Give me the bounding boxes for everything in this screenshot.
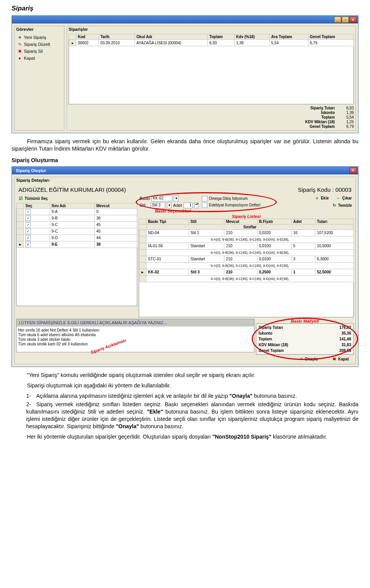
maximize-button[interactable]: ▫ <box>342 17 349 23</box>
label: Edebiyat Kompozisyon Defteri <box>209 203 261 207</box>
table-row[interactable]: STC-01Standart2100,010036,3000 <box>139 256 353 262</box>
edit-icon: ✎ <box>17 42 22 47</box>
new-icon: ✳ <box>17 35 22 40</box>
cell: 03.09.2010 <box>99 40 135 46</box>
ekle-button[interactable]: ＋Ekle <box>313 195 330 201</box>
dropdown-icon[interactable]: ▾ <box>167 203 172 208</box>
text: "Onayla" <box>116 423 139 429</box>
close-button[interactable]: × <box>350 168 357 174</box>
task-close[interactable]: ●Kapat <box>16 55 62 62</box>
school-name: ADIGÜZEL EĞİTİM KURUMLARI (00004) <box>18 186 126 193</box>
table-row[interactable]: ND-04Stil 12100,032016107,5200 <box>139 230 353 236</box>
page-title: Sipariş <box>12 5 358 12</box>
cell: 52,5000 <box>315 269 354 275</box>
baski-secenekleri-label: Baskı Seçenekleri <box>140 209 353 213</box>
omega-checkbox[interactable]: Omega Dikiş İstiyorum <box>202 196 261 201</box>
dropdown-icon[interactable]: ▾ <box>174 196 178 201</box>
table-row[interactable]: ✓9-C45 <box>17 221 137 228</box>
cell: 0,0320 <box>257 230 291 236</box>
table-row[interactable]: ▸✓9-E38 <box>17 241 137 248</box>
col-geneltoplam: Genel Toplam <box>308 34 353 40</box>
label: KDV Miktarı (18) <box>259 343 288 347</box>
cell: 0,0100 <box>257 243 291 249</box>
adet-label: Adet <box>173 203 182 208</box>
total-value: 6,79 <box>346 124 354 129</box>
cell: 1,39 <box>234 40 269 46</box>
label: İskonto <box>259 331 272 335</box>
table-row[interactable]: ▸ 00002 03.09.2010 AYAZAĞA LİSESİ (00004… <box>69 40 354 46</box>
cell: 45 <box>94 228 137 235</box>
details-title: Sipariş Detayları <box>15 177 355 183</box>
stil-select[interactable]: Stil 3 <box>151 203 165 208</box>
note-line: Tüm okula 6 adet idareci albümü A5 ebatı… <box>18 333 252 337</box>
label: Kapat <box>338 357 349 361</box>
table-row[interactable]: ▸KK-02Stil 32100,2500152,5000 <box>139 269 353 275</box>
cell: Stil 1 <box>189 230 224 236</box>
order-code: Sipariş Kodu : 00003 <box>298 186 352 193</box>
task-edit-order[interactable]: ✎Sipariş Düzelt <box>16 41 62 48</box>
total-label: KDV Miktarı (18) <box>305 120 335 124</box>
cell: AYAZAĞA LİSESİ (00004) <box>135 40 208 46</box>
cell: 9-C <box>50 228 94 235</box>
cell: 9-B <box>50 215 94 221</box>
table-subrow: 9-A(0), 9-B(38), 9-C(45), 9-C(45), 9-D(4… <box>139 236 353 243</box>
total-value: 1,25 <box>346 120 354 124</box>
task-label: Kapat <box>24 56 35 60</box>
minimize-button[interactable]: _ <box>334 17 341 23</box>
table-row[interactable]: ✓9-A0 <box>17 208 137 215</box>
cell: 210 <box>224 256 257 262</box>
cell: 210 <box>224 243 257 249</box>
classes-grid[interactable]: Seç Sını Adı Mevcut ✓9-A0 ✓9-B38 ✓9-C45 … <box>16 203 137 248</box>
value: 176,82 <box>339 325 351 330</box>
create-p2: Siparişi oluşturmak için aşağıdaki iki y… <box>12 382 358 389</box>
order-items-grid[interactable]: Baskı Tipi Stil Mevcut B.Fiyatı Adet Tut… <box>139 219 354 282</box>
baski-input[interactable]: KK-02 <box>151 196 172 201</box>
text: "NonStop2010 Sipariş" <box>212 434 271 440</box>
cell: Standart <box>189 243 224 249</box>
table-row[interactable]: ✓9-B38 <box>17 215 137 221</box>
tasks-title: Görevler <box>15 26 64 32</box>
col-mevcut: Mevcut <box>94 203 137 208</box>
total-label: Toplam <box>305 115 335 119</box>
cell: 9-A <box>50 208 94 215</box>
total-value: 5,54 <box>346 115 354 119</box>
table-row[interactable]: İA-01-56Standart2100,0100510,5000 <box>139 243 353 249</box>
task-new-order[interactable]: ✳Yeni Sipariş <box>16 34 62 41</box>
label: Tümünü Seç <box>25 196 48 201</box>
col-okul: Okul Adı <box>135 34 208 40</box>
task-label: Yeni Sipariş <box>24 35 46 40</box>
kapat-button[interactable]: ✖Kapat <box>330 356 350 362</box>
cell: İA-01-56 <box>146 243 188 249</box>
onayla-button[interactable]: ✔Onayla <box>297 356 319 362</box>
spinner-icon[interactable]: ▴▾ <box>194 203 198 208</box>
cell: 10,5000 <box>315 243 354 249</box>
col-aratoplam: Ara Toplam <box>269 34 308 40</box>
cell: 9-E <box>50 241 94 248</box>
intro-paragraph: Firmamıza sipariş vermek için bu ekran k… <box>12 138 358 152</box>
temizle-button[interactable]: ↻Temizle <box>330 203 353 209</box>
text: "Ekle" <box>147 409 163 415</box>
task-delete-order[interactable]: ✖Sipariş Sil <box>16 48 62 55</box>
cell: STC-01 <box>146 256 188 262</box>
screenshot-siparis-olustur: Sipariş Oluştur × Sipariş Detayları ADIG… <box>12 166 358 367</box>
cell: 6,3000 <box>315 256 354 262</box>
cell: 9-A(0), 9-B(38), 9-C(45), 9-C(45), 9-D(4… <box>146 249 353 256</box>
edebiyat-checkbox[interactable]: Edebiyat Kompozisyon Defteri <box>202 203 261 208</box>
select-all-button[interactable]: ☑Tümünü Seç <box>17 196 49 202</box>
cell: 5 <box>291 243 315 249</box>
table-row[interactable]: ✓9-C45 <box>17 228 137 235</box>
table-row[interactable]: ✓9-D44 <box>17 235 137 241</box>
baski-label: Baskı <box>140 196 150 201</box>
adet-input[interactable]: 1 <box>183 203 193 208</box>
add-icon: ＋ <box>314 196 320 201</box>
label: Genel Toplam <box>259 348 284 353</box>
cell: 16 <box>291 230 315 236</box>
table-subrow: 9-A(0), 9-B(38), 9-C(45), 9-C(45), 9-D(4… <box>139 275 353 282</box>
value: 31,83 <box>341 343 351 347</box>
close-button[interactable]: × <box>350 17 357 23</box>
note-line: Her sınıfa 16 adet Not Defteri 4 Stil 1 … <box>18 328 252 333</box>
cell: 6,93 <box>208 40 235 46</box>
order-notes[interactable]: LÜTFEN SİPARİŞİNİZLE İLGİLİ GEREKLİ AÇIK… <box>16 319 254 352</box>
cikar-button[interactable]: －Çıkar <box>335 195 353 201</box>
orders-grid[interactable]: Kod Tarih Okul Adı Toplam Kdv (%18) Ara … <box>69 34 354 46</box>
